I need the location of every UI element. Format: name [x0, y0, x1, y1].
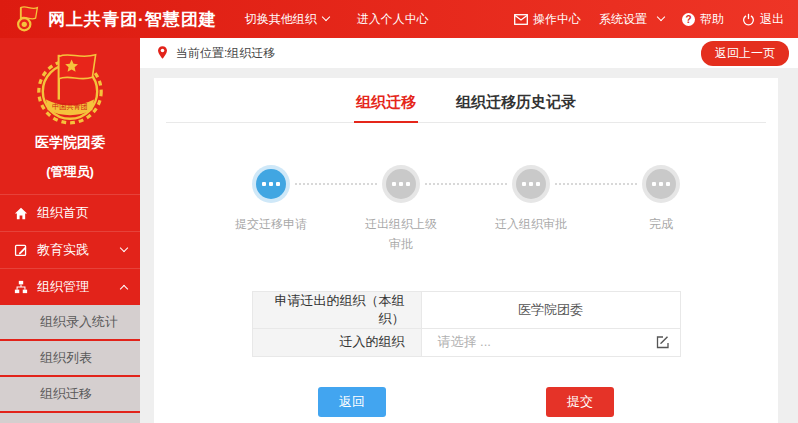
sidebar-item-benchmark-rating[interactable]: 对标定级 [0, 413, 140, 423]
ellipsis-icon [521, 182, 542, 186]
step-label: 迁出组织上级审批 [362, 214, 440, 255]
incoming-org-select-field[interactable]: 请选择 ... [422, 334, 491, 349]
org-chart-icon [14, 280, 28, 294]
chevron-up-icon [120, 285, 128, 293]
return-button[interactable]: 返回 [318, 387, 386, 417]
switch-org-button[interactable]: 切换其他组织 [245, 11, 329, 28]
chevron-down-icon [321, 13, 329, 21]
form-actions: 返回 提交 [154, 387, 778, 417]
top-header: 网上共青团·智慧团建 切换其他组织 进入个人中心 操作中心 系统设置 ? 帮助 [0, 0, 798, 38]
org-role: (管理员) [0, 163, 140, 181]
step-circle-icon [516, 169, 546, 199]
sidebar-item-label: 组织首页 [37, 204, 127, 222]
brand: 网上共青团·智慧团建 [12, 4, 245, 34]
mail-icon [514, 14, 528, 25]
sidebar-item-education-practice[interactable]: 教育实践 [0, 231, 140, 268]
location-pin-icon [156, 45, 169, 62]
step-incoming-approval: 迁入组织审批 [466, 169, 596, 255]
step-circle-icon [646, 169, 676, 199]
outgoing-org-label: 申请迁出的组织（本组织） [252, 291, 421, 328]
tabs-bar: 组织迁移 组织迁移历史记录 [166, 78, 766, 123]
personal-center-button[interactable]: 进入个人中心 [357, 11, 429, 28]
switch-org-label: 切换其他组织 [245, 11, 317, 28]
table-row: 迁入的组织 请选择 ... [252, 328, 680, 356]
system-settings-button[interactable]: 系统设置 [599, 11, 664, 28]
ellipsis-icon [261, 182, 282, 186]
operation-center-label: 操作中心 [533, 11, 581, 28]
power-icon [742, 13, 755, 26]
step-complete: 完成 [596, 169, 726, 255]
header-right-nav: 操作中心 系统设置 ? 帮助 退出 [514, 11, 784, 28]
step-label: 提交迁移申请 [235, 214, 307, 234]
breadcrumb-label: 当前位置:组织迁移 [176, 45, 275, 62]
league-logo-icon [12, 4, 40, 34]
help-label: 帮助 [700, 11, 724, 28]
edit-square-icon [14, 243, 28, 257]
sidebar-item-org-home[interactable]: 组织首页 [0, 194, 140, 231]
sidebar-menu: 组织首页 教育实践 组织管理 [0, 194, 140, 423]
outgoing-org-value: 医学院团委 [421, 291, 680, 328]
help-button[interactable]: ? 帮助 [682, 11, 724, 28]
back-page-button[interactable]: 返回上一页 [701, 41, 789, 66]
step-circle-icon [386, 169, 416, 199]
chevron-down-icon [657, 13, 665, 21]
question-icon: ? [682, 13, 695, 26]
content-card: 组织迁移 组织迁移历史记录 提交迁移申请 迁出组织上级审批 [154, 78, 778, 423]
ellipsis-icon [391, 182, 412, 186]
step-label: 完成 [649, 214, 673, 234]
step-outgoing-superior-approval: 迁出组织上级审批 [336, 169, 466, 255]
sidebar: 中国共青团 医学院团委 (管理员) 组织首页 教育实践 [0, 38, 140, 423]
system-settings-label: 系统设置 [599, 11, 647, 28]
sidebar-item-label: 组织管理 [37, 278, 106, 296]
chevron-down-icon [120, 244, 128, 252]
operation-center-button[interactable]: 操作中心 [514, 11, 581, 28]
sidebar-item-org-transfer[interactable]: 组织迁移 [0, 377, 140, 411]
sidebar-item-label: 教育实践 [37, 241, 106, 259]
incoming-org-cell: 请选择 ... [421, 328, 680, 356]
incoming-org-label: 迁入的组织 [252, 328, 421, 356]
sidebar-item-org-list[interactable]: 组织列表 [0, 341, 140, 375]
ellipsis-icon [651, 182, 672, 186]
main-area: 当前位置:组织迁移 返回上一页 组织迁移 组织迁移历史记录 提交迁移申请 [140, 38, 798, 423]
step-label: 迁入组织审批 [495, 214, 567, 234]
top-nav: 切换其他组织 进入个人中心 [245, 11, 429, 28]
sidebar-org-info: 中国共青团 医学院团委 (管理员) [0, 38, 140, 181]
tab-org-transfer-history[interactable]: 组织迁移历史记录 [454, 78, 578, 122]
logout-label: 退出 [760, 11, 784, 28]
breadcrumb: 当前位置:组织迁移 返回上一页 [140, 38, 798, 68]
step-progress: 提交迁移申请 迁出组织上级审批 迁入组织审批 [154, 169, 778, 255]
league-emblem-icon: 中国共青团 [30, 50, 110, 126]
org-name: 医学院团委 [0, 134, 140, 152]
sidebar-item-org-entry-stats[interactable]: 组织录入统计 [0, 305, 140, 339]
step-circle-icon [256, 169, 286, 199]
app-title: 网上共青团·智慧团建 [48, 8, 217, 31]
sidebar-submenu: 组织录入统计 组织列表 组织迁移 对标定级 [0, 305, 140, 423]
sidebar-item-org-management[interactable]: 组织管理 [0, 268, 140, 305]
logout-button[interactable]: 退出 [742, 11, 784, 28]
submit-button[interactable]: 提交 [546, 387, 614, 417]
step-submit-application: 提交迁移申请 [206, 169, 336, 255]
home-icon [14, 207, 28, 220]
transfer-form-table: 申请迁出的组织（本组织） 医学院团委 迁入的组织 请选择 ... [252, 291, 681, 357]
tab-org-transfer[interactable]: 组织迁移 [354, 78, 418, 123]
table-row: 申请迁出的组织（本组织） 医学院团委 [252, 291, 680, 328]
svg-text:中国共青团: 中国共青团 [52, 102, 88, 111]
edit-icon[interactable] [655, 334, 671, 350]
